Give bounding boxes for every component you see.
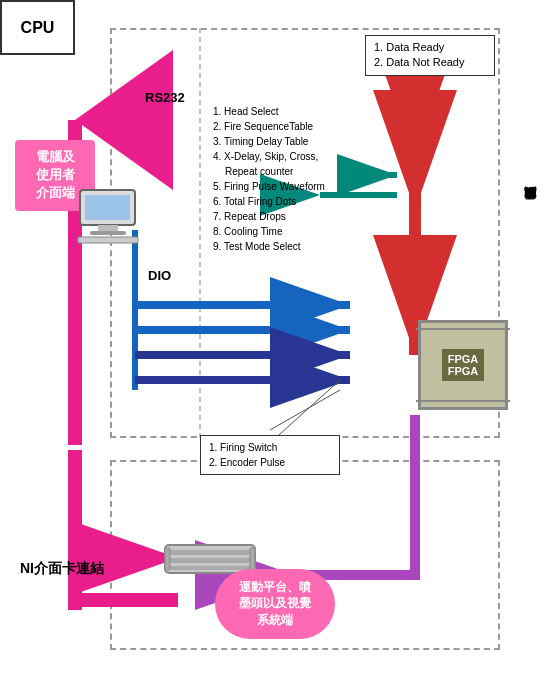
svg-rect-36 xyxy=(98,225,118,231)
left-line1: 電腦及 xyxy=(21,148,89,166)
svg-line-32 xyxy=(270,390,340,430)
rs232-label: RS232 xyxy=(145,90,185,105)
svg-rect-35 xyxy=(85,195,130,220)
svg-rect-37 xyxy=(90,231,126,235)
computer-icon xyxy=(70,185,150,245)
commands-box: 1. Head Select 2. Fire SequenceTable 3. … xyxy=(205,100,375,258)
svg-rect-41 xyxy=(170,558,250,563)
svg-rect-40 xyxy=(170,550,250,555)
bottom-line1: 運動平台、噴 xyxy=(223,579,327,596)
cmd-3: 3. Timing Delay Table xyxy=(213,134,367,149)
bottom-label: 運動平台、噴 墨頭以及視覺 系統端 xyxy=(215,569,335,639)
svg-line-33 xyxy=(270,380,340,443)
cmd-6: 6. Total Firing Dots xyxy=(213,194,367,209)
svg-rect-43 xyxy=(165,548,170,570)
cmd-7: 7. Repeat Drops xyxy=(213,209,367,224)
ni-label: NI介面卡連結 xyxy=(20,560,104,578)
cmd-5: 5. Firing Pulse Waveform xyxy=(213,179,367,194)
fpga-line2: FPGA xyxy=(448,365,479,377)
fpga-inner: FPGA FPGA xyxy=(442,349,485,381)
fpga-box: FPGA FPGA xyxy=(418,320,508,410)
cmd-2: 2. Fire SequenceTable xyxy=(213,119,367,134)
firing-box: 1. Firing Switch 2. Encoder Pulse xyxy=(200,435,340,475)
left-line2: 使用者 xyxy=(21,166,89,184)
cmd-1: 1. Head Select xyxy=(213,104,367,119)
cmd-4: 4. X-Delay, Skip, Cross, xyxy=(213,149,367,164)
data-ready-line2: 2. Data Not Ready xyxy=(374,56,465,68)
cmd-9: 9. Test Mode Select xyxy=(213,239,367,254)
cmd-4b: Repeat counter xyxy=(213,164,367,179)
data-ready-box: 1. Data Ready 2. Data Not Ready xyxy=(365,35,495,76)
cmd-8: 8. Cooling Time xyxy=(213,224,367,239)
data-ready-line1: 1. Data Ready xyxy=(374,41,444,53)
firing-line1: 1. Firing Switch xyxy=(209,440,331,455)
bottom-line2: 墨頭以及視覺 xyxy=(223,595,327,612)
firing-line2: 2. Encoder Pulse xyxy=(209,455,331,470)
fpga-line1: FPGA xyxy=(448,353,479,365)
bottom-line3: 系統端 xyxy=(223,612,327,629)
svg-rect-44 xyxy=(250,548,255,570)
dio-label: DIO xyxy=(148,268,171,283)
diagram-container: 1. Data Ready 2. Data Not Ready RS232 1.… xyxy=(0,0,550,674)
svg-rect-38 xyxy=(78,237,138,243)
